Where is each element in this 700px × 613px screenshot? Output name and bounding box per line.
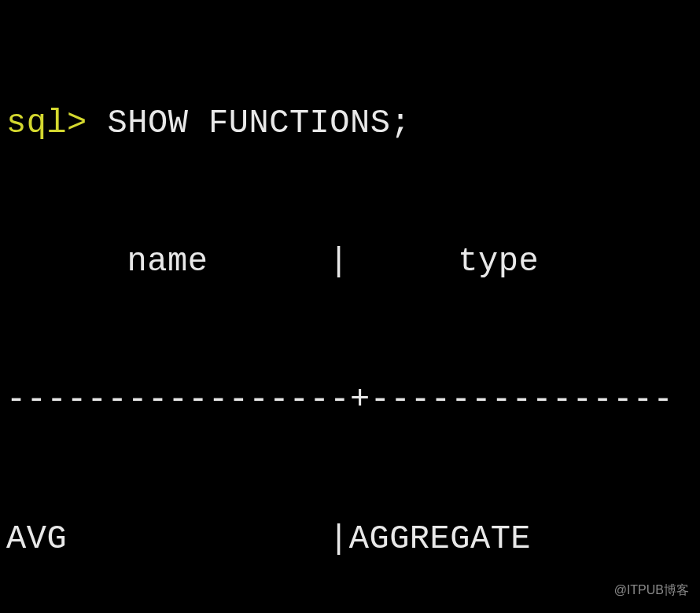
terminal-output[interactable]: sql> SHOW FUNCTIONS; name|type ---------… (6, 8, 694, 613)
cell-type: AGGREGATE (349, 516, 531, 563)
header-separator: | (329, 243, 349, 281)
sql-command: SHOW FUNCTIONS; (108, 105, 411, 142)
table-row: AVG|AGGREGATE (6, 516, 694, 563)
sql-prompt: sql> (6, 105, 87, 142)
divider-left: ----------------- (6, 381, 350, 419)
table-header: name|type (6, 239, 694, 285)
watermark: @ITPUB博客 (614, 582, 689, 599)
divider-cross: + (350, 381, 370, 419)
cell-name: AVG (6, 516, 329, 563)
divider-right: --------------- (370, 381, 674, 419)
header-type: type (349, 239, 648, 285)
header-name: name (6, 239, 329, 285)
cell-separator: | (329, 516, 349, 563)
prompt-line: sql> SHOW FUNCTIONS; (6, 101, 694, 147)
table-divider: -----------------+--------------- (6, 377, 694, 424)
